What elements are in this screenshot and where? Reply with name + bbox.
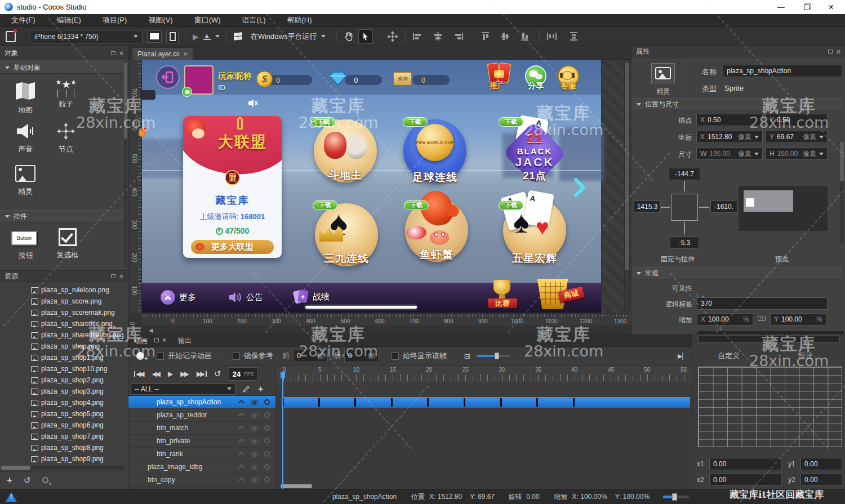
resource-file[interactable]: plaza_sp_score.png xyxy=(0,296,124,307)
track-row[interactable]: plaza_sp_reddot xyxy=(128,409,275,422)
download-badge[interactable]: 下载 xyxy=(313,200,337,210)
size-h-field[interactable]: H150.00像素 xyxy=(766,148,828,160)
resource-file[interactable]: plaza_sp_shop8.png xyxy=(0,442,124,453)
properties-scrollbar[interactable] xyxy=(840,142,844,243)
lock-icon[interactable] xyxy=(264,451,270,457)
lock-icon[interactable] xyxy=(264,425,270,431)
float-panel-icon[interactable] xyxy=(111,274,115,278)
resource-file[interactable]: plaza_sp_shop4.png xyxy=(0,397,124,408)
service-button[interactable]: 客服 xyxy=(557,65,581,91)
lock-icon[interactable] xyxy=(264,412,270,418)
diamond-pill[interactable]: 0 xyxy=(345,75,382,85)
align-vcenter-icon[interactable] xyxy=(501,32,509,41)
y1-input[interactable]: 0.00 xyxy=(800,458,842,470)
align-left-icon[interactable] xyxy=(412,32,422,41)
menu-help[interactable]: 帮助(H) xyxy=(287,15,312,25)
download-badge[interactable]: 下载 xyxy=(311,117,336,127)
visibility-icon[interactable] xyxy=(251,478,258,483)
expand-track-icon[interactable] xyxy=(238,413,244,419)
lock-icon[interactable] xyxy=(264,477,270,483)
track-row[interactable]: plaza_image_idbg xyxy=(128,461,275,474)
new-project-icon[interactable] xyxy=(6,31,16,42)
mute-icon[interactable] xyxy=(248,99,258,108)
ticket-pill[interactable]: 0 xyxy=(412,75,450,85)
expand-track-icon[interactable] xyxy=(238,426,244,432)
promote-button[interactable]: 推广 xyxy=(487,63,513,91)
close-button[interactable]: × xyxy=(829,2,834,12)
track-row[interactable]: btn_match xyxy=(128,422,275,435)
canvas[interactable]: 玩家昵称 ID 0 $ 0 奖券 0 推广 分享 xyxy=(142,60,631,313)
menu-edit[interactable]: 编辑(E) xyxy=(57,15,81,25)
download-badge[interactable]: 下载 xyxy=(404,200,429,210)
animation-filter-dropdown[interactable]: -- ALL -- xyxy=(131,383,235,395)
resources-hscrollbar[interactable] xyxy=(1,466,124,470)
tab-output[interactable]: 输出 xyxy=(178,336,192,346)
coord-x-field[interactable]: X1512.80像素 xyxy=(696,131,763,143)
keyframe-lane[interactable] xyxy=(276,396,692,489)
canvas-hscrollbar[interactable]: ◀ xyxy=(142,327,631,334)
anchor-x-field[interactable]: X0.50 xyxy=(696,114,763,126)
league-card[interactable]: 大联盟 盟 藏宝库 上级邀请码: 168001 47/500 更多大联盟 xyxy=(183,116,282,258)
before-frames-input[interactable]: 0帧 xyxy=(293,350,328,362)
stretch-bottom-field[interactable]: -5.3 xyxy=(670,237,699,249)
exit-button[interactable] xyxy=(156,65,180,89)
stretch-right-field[interactable]: -1610. xyxy=(710,200,737,213)
resource-file[interactable]: plaza_sp_shop1.png xyxy=(0,352,124,363)
after-frames-input[interactable]: 0帧 xyxy=(344,350,379,362)
float-panel-icon[interactable] xyxy=(154,338,159,342)
object-item-map[interactable]: 地图 xyxy=(12,82,38,115)
align-bottom-icon[interactable] xyxy=(521,32,529,41)
ruler-marker[interactable] xyxy=(139,128,146,137)
publish-dropdown-icon[interactable] xyxy=(215,35,220,38)
resource-file[interactable]: plaza_sp_shop2.png xyxy=(0,374,124,386)
stretch-top-field[interactable]: -144.7 xyxy=(669,168,700,180)
y2-input[interactable]: 0.00 xyxy=(800,474,842,486)
play-button[interactable]: ▶ xyxy=(193,32,199,41)
expand-track-icon[interactable] xyxy=(238,478,244,484)
mall-button[interactable]: 商城 xyxy=(532,276,584,313)
coin-pill[interactable]: 0 xyxy=(267,75,312,85)
distribute-horizontal-icon[interactable] xyxy=(546,32,557,41)
close-panel-icon[interactable]: × xyxy=(119,273,123,280)
menu-language[interactable]: 语言(L) xyxy=(242,15,266,25)
expand-track-icon[interactable] xyxy=(238,452,244,458)
resource-file[interactable]: plaza_sp_shop9.png xyxy=(0,453,124,463)
search-resources-icon[interactable] xyxy=(42,477,48,483)
landscape-orientation-button[interactable] xyxy=(147,30,162,43)
x2-input[interactable]: 0.00 xyxy=(709,474,781,486)
resource-file[interactable]: plaza_sp_shop6.png xyxy=(0,420,124,431)
run-platform-selector[interactable]: 在Windows平台运行 xyxy=(247,30,330,43)
resource-file[interactable]: plaza_sp_shop.png xyxy=(0,341,124,352)
align-right-icon[interactable] xyxy=(454,32,464,41)
link-scale-icon[interactable] xyxy=(758,316,766,321)
hand-tool-icon[interactable] xyxy=(344,32,354,42)
timeline-hscrollbar[interactable] xyxy=(281,484,312,488)
record-button[interactable]: ♠ 战绩 xyxy=(293,289,330,305)
playhead[interactable] xyxy=(282,372,283,489)
game-scene[interactable]: 玩家昵称 ID 0 $ 0 奖券 0 推广 分享 xyxy=(142,60,601,313)
track-row[interactable]: btn_rank xyxy=(128,448,275,461)
last-frame-button[interactable]: ▶▶ xyxy=(197,370,207,378)
section-controls[interactable]: 控件 xyxy=(0,210,124,222)
expand-right-icon[interactable]: ▶▏ xyxy=(678,353,687,360)
resource-file[interactable]: plaza_sp_shop10.png xyxy=(0,363,124,374)
play-animation-button[interactable]: ▶ xyxy=(168,370,173,378)
scale-x-field[interactable]: X100.00% xyxy=(697,313,753,325)
menu-window[interactable]: 窗口(W) xyxy=(194,15,221,25)
close-panel-icon[interactable]: × xyxy=(162,337,166,344)
stretch-center-box[interactable] xyxy=(671,194,698,221)
first-frame-button[interactable]: ◀◀ xyxy=(134,370,144,378)
object-item-sound[interactable]: 声音 xyxy=(12,123,38,154)
minimize-button[interactable]: — xyxy=(777,3,785,11)
tag-input[interactable]: 370 xyxy=(697,297,828,310)
scale-y-field[interactable]: Y100.00% xyxy=(770,313,826,325)
close-panel-icon[interactable]: × xyxy=(837,48,840,55)
menu-project[interactable]: 项目(P) xyxy=(103,15,127,25)
league-more-button[interactable]: 更多大联盟 xyxy=(191,240,274,254)
float-panel-icon[interactable] xyxy=(828,50,833,53)
avatar[interactable] xyxy=(184,65,214,95)
section-position-size[interactable]: 位置与尺寸 xyxy=(631,98,842,110)
playhead-handle[interactable] xyxy=(281,372,285,378)
keyframe-bar[interactable] xyxy=(282,397,690,408)
close-panel-icon[interactable]: × xyxy=(119,50,123,57)
